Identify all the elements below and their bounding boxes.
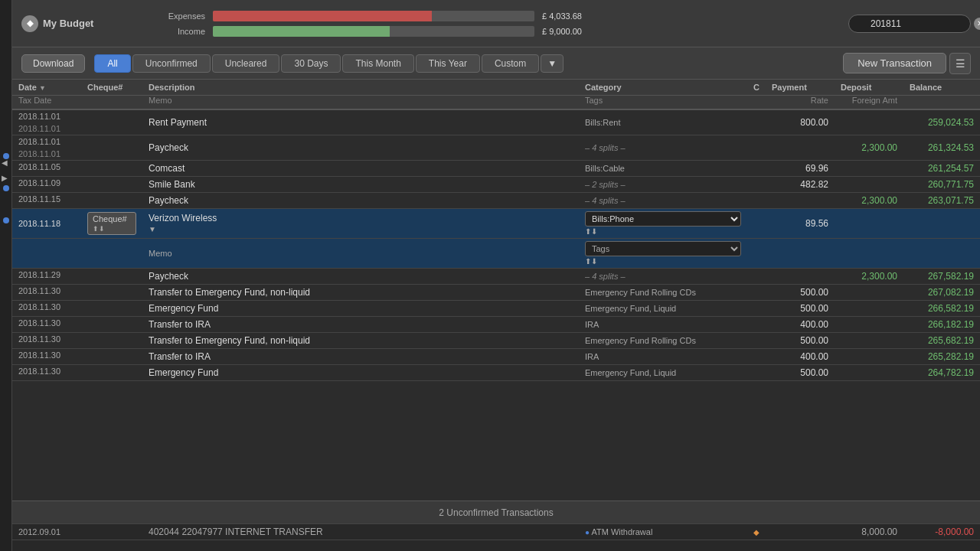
table-row[interactable]: 2018.11.15 Paycheck – 4 splits – 2,300.0… bbox=[12, 193, 980, 209]
cell-payment bbox=[766, 135, 835, 161]
memo-input[interactable] bbox=[149, 249, 573, 258]
table-row-editing-bottom[interactable]: Tags ⬆⬇ bbox=[12, 239, 980, 269]
cell-cheque bbox=[81, 161, 142, 177]
desc-dropdown-icon[interactable]: ▼ bbox=[149, 225, 156, 233]
scroll-right[interactable]: ▶ bbox=[2, 174, 8, 182]
date-value: 2018.11.01 bbox=[12, 135, 81, 148]
table-row[interactable]: 2018.11.01 2018.11.01 Rent Payment Bills… bbox=[12, 109, 980, 135]
cell-deposit bbox=[835, 333, 903, 349]
left-sidebar: ◀ ▶ bbox=[0, 0, 12, 551]
splits-label: – 4 splits – bbox=[585, 143, 626, 152]
edit-description[interactable]: ▼ bbox=[142, 209, 579, 239]
description-input[interactable] bbox=[149, 213, 573, 223]
cell-payment: 400.00 bbox=[766, 349, 835, 365]
search-clear-button[interactable]: ✕ bbox=[974, 18, 980, 30]
filter-tab-custom[interactable]: Custom bbox=[482, 54, 539, 73]
cell-deposit bbox=[835, 365, 903, 381]
th-foreign-amt: Foreign Amt bbox=[835, 96, 903, 110]
table-row[interactable]: 2018.11.29 Paycheck – 4 splits – 2,300.0… bbox=[12, 269, 980, 285]
cell-category: IRA bbox=[579, 317, 747, 333]
cell-deposit bbox=[835, 109, 903, 135]
table-row[interactable]: 2018.11.30 Transfer to Emergency Fund, n… bbox=[12, 285, 980, 301]
download-button[interactable]: Download bbox=[21, 54, 85, 73]
th-category[interactable]: Category bbox=[579, 80, 747, 96]
income-row: Income £ 9,000.00 bbox=[159, 26, 833, 37]
cell-date: 2018.11.30 bbox=[12, 317, 81, 333]
th-c: C bbox=[747, 80, 766, 96]
search-input[interactable] bbox=[848, 15, 971, 33]
cell-deposit: 2,300.00 bbox=[835, 193, 903, 209]
th-cheque[interactable]: Cheque# bbox=[81, 80, 142, 96]
income-track bbox=[213, 26, 534, 37]
unconfirmed-row[interactable]: 2012.09.01 402044 22047977 INTERNET TRAN… bbox=[12, 524, 980, 540]
cell-cheque bbox=[81, 317, 142, 333]
table-row-editing-top[interactable]: 2018.11.18 Cheque# ⬆⬇ ▼ Bills:Phone Bill… bbox=[12, 209, 980, 239]
date-value: 2018.11.30 bbox=[12, 301, 81, 313]
table-row[interactable]: 2018.11.30 Emergency Fund Emergency Fund… bbox=[12, 365, 980, 381]
table-row[interactable]: 2018.11.30 Transfer to Emergency Fund, n… bbox=[12, 333, 980, 349]
table-row[interactable]: 2018.11.09 Smile Bank – 2 splits – 482.8… bbox=[12, 177, 980, 193]
edit-payment[interactable]: 89.56 bbox=[766, 209, 835, 239]
cell-cheque bbox=[81, 333, 142, 349]
table-container[interactable]: Date ▼ Cheque# Description Category C Pa… bbox=[12, 80, 980, 500]
new-transaction-button[interactable]: New Transaction bbox=[843, 53, 946, 73]
table-row[interactable]: 2018.11.05 Comcast Bills:Cable 69.96 261… bbox=[12, 161, 980, 177]
cell-balance: 265,282.19 bbox=[903, 349, 980, 365]
cell-date: 2018.11.05 bbox=[12, 161, 81, 177]
category-value: Emergency Fund Rolling CDs bbox=[585, 288, 696, 297]
filter-more-button[interactable]: ▼ bbox=[541, 54, 564, 73]
taxdate-empty bbox=[12, 345, 81, 348]
view-toggle-button[interactable]: ☰ bbox=[949, 53, 971, 74]
cell-description: Paycheck bbox=[142, 135, 579, 161]
cheque-field[interactable]: Cheque# ⬆⬇ bbox=[87, 212, 136, 235]
cell-cheque bbox=[81, 177, 142, 193]
table-row[interactable]: 2018.11.01 2018.11.01 Paycheck – 4 split… bbox=[12, 135, 980, 161]
taxdate-empty bbox=[12, 173, 81, 176]
table-row[interactable]: 2018.11.30 Transfer to IRA IRA 400.00 26… bbox=[12, 317, 980, 333]
category-value: Bills:Rent bbox=[585, 118, 620, 127]
scroll-left[interactable]: ◀ bbox=[2, 158, 8, 167]
filter-tab-30days[interactable]: 30 Days bbox=[281, 54, 341, 73]
edit-foreign bbox=[835, 239, 903, 269]
edit-c bbox=[747, 209, 766, 239]
th-date[interactable]: Date ▼ bbox=[12, 80, 81, 96]
th-payment[interactable]: Payment bbox=[766, 80, 835, 96]
date-value: 2018.11.30 bbox=[12, 349, 81, 361]
filter-tab-uncleared[interactable]: Uncleared bbox=[212, 54, 280, 73]
edit-memo[interactable] bbox=[142, 239, 579, 269]
filter-tab-thisyear[interactable]: This Year bbox=[416, 54, 480, 73]
cell-date: 2018.11.09 bbox=[12, 177, 81, 193]
table-row[interactable]: 2018.11.30 Emergency Fund Emergency Fund… bbox=[12, 301, 980, 317]
cell-date: 2018.11.01 2018.11.01 bbox=[12, 109, 81, 135]
taxdate-value: 2018.11.01 bbox=[12, 122, 81, 135]
cell-date: 2018.11.30 bbox=[12, 365, 81, 381]
cell-c bbox=[747, 349, 766, 365]
taxdate-empty bbox=[12, 313, 81, 316]
th-description[interactable]: Description bbox=[142, 80, 579, 96]
category-value: Emergency Fund Rolling CDs bbox=[585, 336, 696, 345]
category-select[interactable]: Bills:Phone Bills:Rent Bills:Cable IRA bbox=[585, 211, 741, 227]
edit-balance bbox=[903, 209, 980, 239]
filter-tab-all[interactable]: All bbox=[94, 54, 130, 73]
table-row[interactable]: 2018.11.30 Transfer to IRA IRA 400.00 26… bbox=[12, 349, 980, 365]
th-deposit[interactable]: Deposit bbox=[835, 80, 903, 96]
cell-balance: 261,324.53 bbox=[903, 135, 980, 161]
date-value: 2018.11.09 bbox=[12, 177, 81, 189]
edit-deposit[interactable] bbox=[835, 209, 903, 239]
date-value: 2018.11.30 bbox=[12, 333, 81, 345]
filter-tab-unconfirmed[interactable]: Unconfirmed bbox=[132, 54, 211, 73]
edit-category[interactable]: Bills:Phone Bills:Rent Bills:Cable IRA ⬆… bbox=[579, 209, 747, 239]
filter-tab-thismonth[interactable]: This Month bbox=[342, 54, 413, 73]
edit-tags[interactable]: Tags ⬆⬇ bbox=[579, 239, 747, 269]
cell-cheque bbox=[81, 109, 142, 135]
th-balance[interactable]: Balance bbox=[903, 80, 980, 96]
cell-description: Transfer to IRA bbox=[142, 349, 579, 365]
tags-select[interactable]: Tags bbox=[585, 241, 741, 256]
category-value: Emergency Fund, Liquid bbox=[585, 368, 676, 377]
date-value: 2018.11.05 bbox=[12, 161, 81, 173]
expenses-amount: £ 4,033.68 bbox=[542, 11, 611, 21]
cell-c bbox=[747, 333, 766, 349]
edit-cheque[interactable]: Cheque# ⬆⬇ bbox=[81, 209, 142, 239]
cell-balance: 263,071.75 bbox=[903, 193, 980, 209]
expenses-row: Expenses £ 4,033.68 bbox=[159, 11, 833, 21]
